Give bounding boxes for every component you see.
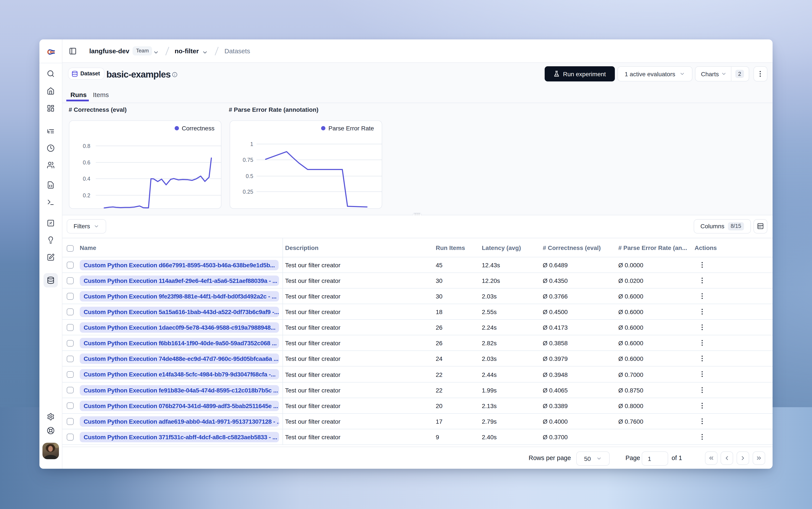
svg-text:0.6: 0.6 (82, 160, 90, 166)
svg-text:0.4: 0.4 (82, 176, 90, 182)
svg-text:0.25: 0.25 (242, 189, 253, 195)
svg-text:0.2: 0.2 (82, 193, 90, 199)
svg-text:0.75: 0.75 (242, 157, 253, 163)
svg-text:0.8: 0.8 (82, 143, 90, 149)
svg-text:0.5: 0.5 (245, 173, 253, 179)
svg-text:1: 1 (250, 141, 253, 147)
